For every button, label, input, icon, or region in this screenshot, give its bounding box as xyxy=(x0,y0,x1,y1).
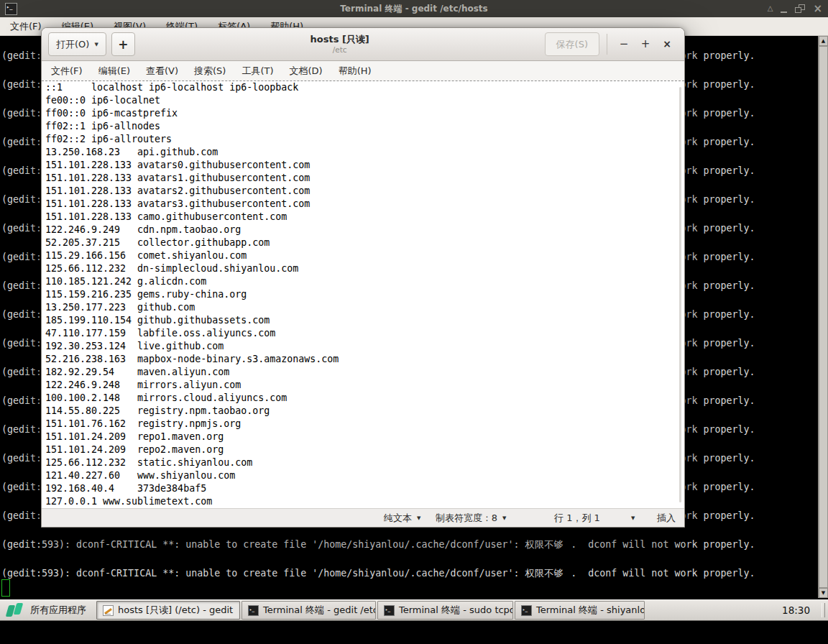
gedit-icon xyxy=(103,605,114,616)
window-title: Terminal 终端 - gedit /etc/hosts xyxy=(0,3,828,15)
new-document-button[interactable]: + xyxy=(111,32,135,56)
taskbar-handle[interactable] xyxy=(822,603,825,617)
document-title: hosts [只读] xyxy=(135,34,545,45)
chevron-down-icon: ▼ xyxy=(631,515,635,521)
editor-text[interactable]: ::1 localhost ip6-localhost ip6-loopback… xyxy=(42,81,684,508)
terminal-line: (gedit:593): dconf-CRITICAL **: unable t… xyxy=(1,538,755,566)
document-path: /etc xyxy=(135,45,545,55)
scroll-down-icon[interactable]: ▼ xyxy=(819,588,828,598)
taskbar-task[interactable]: Terminal 终端 - gedit /etc/⋯ xyxy=(242,601,376,620)
terminal-icon xyxy=(248,605,259,616)
gedit-menubar: 文件(F)编辑(E)查看(V)搜索(S)工具(T)文档(D)帮助(H) xyxy=(42,61,684,80)
taskbar-task-label: Terminal 终端 - gedit /etc/⋯ xyxy=(263,604,376,617)
taskbar-task[interactable]: hosts [只读] (/etc) - gedit xyxy=(96,601,240,620)
input-mode[interactable]: 插入 xyxy=(657,509,676,527)
gedit-close-icon[interactable]: × xyxy=(656,28,678,60)
all-applications-button[interactable]: 所有应用程序 xyxy=(30,604,86,617)
cursor-position[interactable]: 行 1，列 1 xyxy=(554,509,600,527)
filetype-label: 纯文本 xyxy=(384,512,412,525)
menu-item[interactable]: 搜索(S) xyxy=(186,65,234,78)
taskbar-task-label: Terminal 终端 - shiyanlou@⋯ xyxy=(536,604,645,617)
scroll-up-icon[interactable]: ▲ xyxy=(819,36,828,46)
gedit-text-area[interactable]: ::1 localhost ip6-localhost ip6-loopback… xyxy=(42,80,684,508)
open-button[interactable]: 打开(O) ▼ xyxy=(48,32,106,56)
shade-window-icon[interactable]: △ xyxy=(768,5,773,12)
input-mode-label: 插入 xyxy=(657,512,676,525)
menu-item[interactable]: 文件(F) xyxy=(43,65,91,78)
gedit-maximize-icon[interactable]: + xyxy=(635,28,656,60)
goto-line-dropdown[interactable]: ▼ xyxy=(631,509,635,527)
minimize-window-icon[interactable] xyxy=(781,12,787,13)
tab-width-label: 制表符宽度 : 8 xyxy=(436,512,497,525)
menu-item[interactable]: 帮助(H) xyxy=(331,65,380,78)
open-button-label: 打开(O) xyxy=(56,38,89,51)
header-separator xyxy=(607,34,607,55)
chevron-down-icon: ▼ xyxy=(417,515,420,521)
tab-width-selector[interactable]: 制表符宽度 : 8 ▼ xyxy=(436,509,506,527)
menu-item[interactable]: 查看(V) xyxy=(138,65,186,78)
terminal-icon xyxy=(384,605,395,616)
terminal-titlebar: ▸_ Terminal 终端 - gedit /etc/hosts xyxy=(0,0,828,17)
taskbar-task-label: Terminal 终端 - sudo tcpdu⋯ xyxy=(399,604,513,617)
taskbar-task[interactable]: Terminal 终端 - sudo tcpdu⋯ xyxy=(377,601,513,620)
taskbar: 所有应用程序 hosts [只读] (/etc) - geditTerminal… xyxy=(0,599,828,621)
terminal-scrollbar[interactable]: ▲ ▼ xyxy=(818,36,828,598)
gedit-minimize-icon[interactable]: − xyxy=(613,28,635,60)
taskbar-task-label: hosts [只读] (/etc) - gedit xyxy=(118,604,233,617)
gedit-headerbar: 打开(O) ▼ + hosts [只读] /etc 保存(S) − + × xyxy=(42,28,684,61)
chevron-down-icon: ▼ xyxy=(502,515,506,521)
clock: 18:30 xyxy=(782,604,810,616)
scrollbar-thumb[interactable] xyxy=(819,46,828,588)
terminal-icon xyxy=(521,605,532,616)
restore-window-icon[interactable] xyxy=(795,4,805,13)
terminal-line: (gedit:593): dconf-CRITICAL **: unable t… xyxy=(1,566,755,595)
taskbar-tasks: hosts [只读] (/etc) - geditTerminal 终端 - g… xyxy=(96,601,645,620)
menu-item[interactable]: 工具(T) xyxy=(234,65,281,78)
gedit-window: 打开(O) ▼ + hosts [只读] /etc 保存(S) − + × 文件… xyxy=(41,27,685,528)
gedit-title-block: hosts [只读] /etc xyxy=(135,34,545,55)
taskbar-task[interactable]: Terminal 终端 - shiyanlou@⋯ xyxy=(515,601,645,620)
save-button[interactable]: 保存(S) xyxy=(545,32,599,56)
chevron-down-icon: ▼ xyxy=(94,42,98,47)
cursor-position-label: 行 1，列 1 xyxy=(554,512,600,525)
applications-logo-icon[interactable] xyxy=(6,603,24,617)
menu-item[interactable]: 文档(D) xyxy=(282,65,331,78)
gedit-scrollbar[interactable] xyxy=(679,87,681,502)
filetype-selector[interactable]: 纯文本 ▼ xyxy=(384,509,420,527)
menu-item[interactable]: 编辑(E) xyxy=(91,65,138,78)
terminal-cursor xyxy=(1,579,10,597)
close-window-icon[interactable]: × xyxy=(813,4,822,14)
gedit-statusbar: 纯文本 ▼ 制表符宽度 : 8 ▼ 行 1，列 1 ▼ 插入 xyxy=(42,508,684,527)
